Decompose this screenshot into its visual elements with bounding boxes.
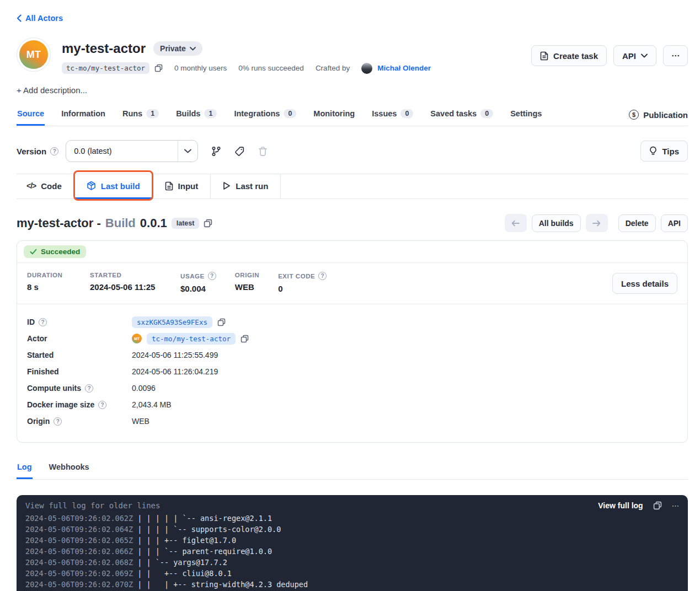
subtab-input[interactable]: Input (153, 174, 211, 199)
copy-icon (241, 335, 249, 343)
latest-badge: latest (172, 218, 200, 229)
next-build-button[interactable] (586, 214, 608, 232)
build-title-word: Build (105, 216, 136, 230)
subtab-code[interactable]: </> Code (17, 174, 74, 199)
play-icon (223, 181, 231, 190)
help-icon[interactable]: ? (208, 272, 216, 280)
publication-link[interactable]: $ Publication (629, 110, 688, 126)
copy-id-button[interactable] (217, 318, 226, 326)
code-icon: </> (26, 181, 36, 190)
help-icon[interactable]: ? (98, 401, 106, 409)
actor-avatar-initials: MT (26, 49, 41, 61)
tab-builds[interactable]: Builds 1 (175, 104, 217, 126)
tab-label: Monitoring (313, 109, 355, 118)
more-actions-button[interactable]: ⋯ (663, 45, 688, 66)
add-description-link[interactable]: + Add description... (17, 85, 87, 95)
tab-settings[interactable]: Settings (510, 104, 542, 126)
tips-button[interactable]: Tips (640, 141, 688, 162)
tab-integrations[interactable]: Integrations 0 (233, 104, 297, 126)
tab-saved-tasks[interactable]: Saved tasks 0 (430, 104, 494, 126)
tab-label: Integrations (234, 109, 280, 118)
api-dropdown-button[interactable]: API (613, 45, 656, 66)
lightbulb-icon (649, 146, 657, 156)
field-docker-image-size: Docker image size? 2,043.4 MB (27, 396, 677, 413)
stat-exit-code: EXIT CODE? 0 (278, 272, 327, 293)
tab-issues[interactable]: Issues 0 (371, 104, 414, 126)
copy-actor-button[interactable] (241, 335, 249, 343)
copy-handle-button[interactable] (154, 64, 163, 72)
subtab-last-build[interactable]: Last build (74, 174, 153, 199)
copy-log-button[interactable] (653, 501, 662, 510)
field-id: ID? sxzKGK5A93Se9FExs (27, 314, 677, 330)
tab-label: Builds (176, 109, 200, 118)
package-icon (87, 181, 96, 191)
tag-icon (234, 146, 245, 157)
help-icon[interactable]: ? (50, 147, 58, 155)
copy-icon (154, 64, 163, 72)
tab-webhooks[interactable]: Webhooks (49, 458, 90, 479)
log-line: 2024-05-06T09:26:02.065Z | | | +-- figle… (25, 535, 679, 546)
ellipsis-icon: ⋯ (671, 51, 680, 61)
tab-label: Runs (122, 109, 142, 118)
actor-avatar: MT (17, 37, 51, 72)
page: All Actors MT my-test-actor Private tc-m… (0, 0, 700, 591)
version-select[interactable]: 0.0 (latest) (66, 140, 198, 162)
subtab-last-run[interactable]: Last run (211, 174, 281, 199)
help-icon[interactable]: ? (318, 272, 327, 280)
copy-build-version-button[interactable] (204, 219, 212, 228)
delete-label: Delete (626, 219, 649, 228)
subtab-label: Last build (101, 181, 140, 191)
tab-count-badge: 0 (400, 109, 413, 118)
git-branch-icon (211, 146, 221, 157)
log-more-button[interactable]: ⋯ (672, 502, 679, 510)
help-icon[interactable]: ? (39, 318, 47, 326)
tab-label: Settings (510, 109, 542, 118)
tab-runs[interactable]: Runs 1 (122, 104, 159, 126)
build-title-actor: my-test-actor - (17, 216, 101, 230)
back-to-all-actors-link[interactable]: All Actors (17, 14, 63, 23)
subtab-label: Code (41, 181, 62, 191)
copy-icon (217, 318, 226, 326)
tab-count-badge: 0 (480, 109, 493, 118)
create-task-button[interactable]: Create task (531, 45, 607, 66)
tab-count-badge: 1 (146, 109, 159, 118)
previous-build-button[interactable] (505, 214, 527, 232)
tag-button[interactable] (234, 146, 245, 157)
build-api-button[interactable]: API (661, 214, 688, 232)
help-icon[interactable]: ? (54, 417, 62, 426)
field-actor: Actor MT tc-mo/my-test-actor (27, 330, 677, 347)
tab-information[interactable]: Information (61, 104, 106, 126)
chevron-down-icon (184, 149, 191, 153)
document-icon (540, 51, 548, 61)
all-builds-button[interactable]: All builds (532, 214, 581, 232)
actor-mini-avatar: MT (132, 334, 142, 343)
author-link[interactable]: Michał Olender (377, 64, 431, 72)
actor-link-pill[interactable]: tc-mo/my-test-actor (147, 333, 236, 345)
stat-duration: DURATION 8 s (27, 272, 71, 293)
delete-version-button[interactable] (258, 146, 268, 157)
actor-tabs: Source Information Runs 1 Builds 1 Integ… (17, 104, 688, 126)
api-label: API (622, 51, 636, 61)
git-branch-button[interactable] (211, 146, 221, 157)
visibility-dropdown[interactable]: Private (153, 41, 202, 56)
copy-icon (653, 501, 662, 510)
delete-build-button[interactable]: Delete (618, 214, 656, 232)
origin-value: WEB (132, 417, 149, 426)
log-line: 2024-05-06T09:26:02.069Z | | +-- cliui@8… (25, 568, 679, 579)
field-finished: Finished 2024-05-06 11:26:04.219 (27, 363, 677, 380)
older-lines-notice[interactable]: View full log for older lines (25, 501, 160, 510)
tab-label: Source (17, 109, 44, 118)
help-icon[interactable]: ? (85, 384, 93, 393)
api-label: API (668, 219, 681, 228)
create-task-label: Create task (553, 51, 598, 61)
tab-source[interactable]: Source (17, 104, 45, 126)
tab-log[interactable]: Log (17, 458, 33, 479)
monthly-users-stat: 0 monthly users (174, 64, 227, 72)
runs-succeeded-stat: 0% runs succeeded (238, 64, 304, 72)
less-details-button[interactable]: Less details (612, 273, 677, 294)
tab-monitoring[interactable]: Monitoring (313, 104, 355, 126)
crafted-by-label: Crafted by (316, 64, 350, 72)
view-full-log-button[interactable]: View full log (598, 501, 643, 510)
log-line: 2024-05-06T09:26:02.066Z | | | `-- paren… (25, 546, 679, 557)
build-id-value[interactable]: sxzKGK5A93Se9FExs (132, 316, 212, 328)
